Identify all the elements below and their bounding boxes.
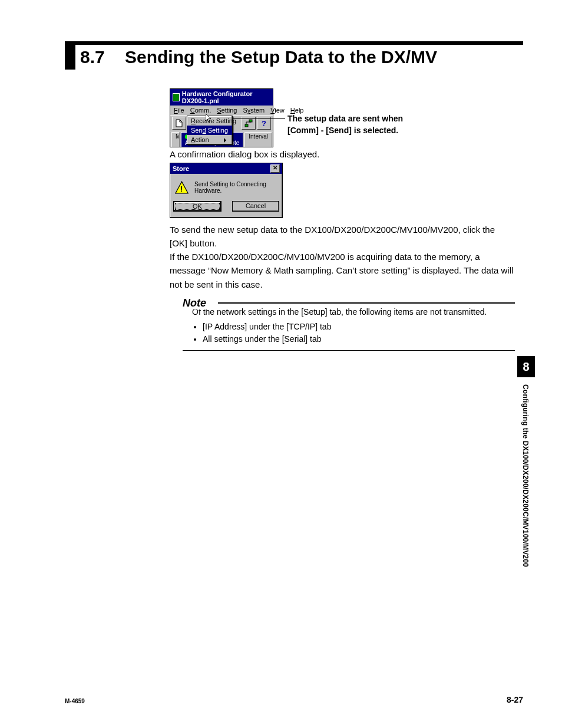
menu-view[interactable]: View [270, 107, 285, 114]
warning-icon: ! [175, 180, 189, 195]
connect-icon [244, 119, 253, 127]
chapter-label: Configuring the DX100/DX200/DX200C/MV100… [521, 377, 530, 567]
heading-title: Sending the Setup Data to the DX/MV [125, 47, 437, 67]
svg-marker-0 [176, 120, 182, 127]
heading-rule [65, 41, 523, 45]
comm-submenu: Receive Setting Send Setting Action [187, 116, 233, 145]
menu-setting[interactable]: Setting [217, 107, 237, 114]
callout-text: The setup data are sent when [Comm] - [S… [287, 113, 411, 136]
window-title: Hardware Configurator DX200-1.pnl [182, 90, 270, 104]
submenu-receive[interactable]: Receive Setting [187, 116, 232, 126]
heading-marker [65, 45, 75, 70]
body-text-1: A confirmation dialog box is displayed. [170, 147, 515, 161]
footer-doc-id: M-4659 [65, 698, 85, 704]
dialog-titlebar: Store ✕ [170, 163, 282, 174]
dialog-title: Store [173, 165, 189, 172]
dialog-message: Send Setting to Connecting Hardware. [194, 181, 277, 194]
hw-configurator-window: Hardware Configurator DX200-1.pnl File C… [170, 88, 273, 147]
new-file-button[interactable] [172, 117, 186, 130]
cancel-button[interactable]: Cancel [232, 201, 279, 212]
toolbar: Receive Setting Send Setting Action ? [170, 115, 273, 131]
footer-page-number: 8-27 [507, 695, 523, 704]
ok-button[interactable]: OK [173, 201, 222, 212]
window-titlebar: Hardware Configurator DX200-1.pnl [170, 89, 273, 106]
tab-left-partial[interactable]: Me [171, 132, 180, 147]
note-item-2: All settings under the [Serial] tab [203, 333, 515, 345]
help-icon: ? [260, 119, 268, 127]
store-dialog: Store ✕ ! Send Setting to Connecting Har… [170, 163, 283, 218]
close-button[interactable]: ✕ [270, 164, 280, 173]
chapter-side-tab: 8 Configuring the DX100/DX200/DX200C/MV1… [517, 356, 535, 567]
note-intro: Of the network settings in the [Setup] t… [192, 307, 487, 317]
submenu-send[interactable]: Send Setting [187, 126, 232, 135]
menu-comm[interactable]: Comm. [190, 107, 211, 114]
body-text-2: To send the new setup data to the DX100/… [170, 223, 515, 251]
tab-interval[interactable]: Interval [244, 132, 272, 147]
menu-file[interactable]: File [174, 107, 184, 114]
svg-text:!: ! [180, 185, 183, 193]
chapter-number: 8 [517, 356, 535, 377]
svg-rect-2 [249, 120, 252, 122]
note-label: Note [183, 297, 210, 309]
menu-system[interactable]: System [243, 107, 265, 114]
callout-leader [233, 118, 285, 119]
menu-bar: File Comm. Setting System View Help [170, 106, 273, 115]
note-item-1: [IP Address] under the [TCP/IP] tab [203, 321, 515, 333]
submenu-action[interactable]: Action [187, 135, 232, 144]
new-file-icon [175, 119, 183, 127]
app-icon [173, 93, 180, 101]
note-body: Of the network settings in the [Setup] t… [183, 304, 515, 350]
note-rule-bottom [183, 350, 515, 351]
body-text-3: If the DX100/DX200/DX200C/MV100/MV200 is… [170, 250, 515, 291]
heading-number: 8.7 [80, 47, 105, 67]
svg-text:?: ? [262, 119, 266, 127]
svg-rect-1 [245, 124, 248, 127]
